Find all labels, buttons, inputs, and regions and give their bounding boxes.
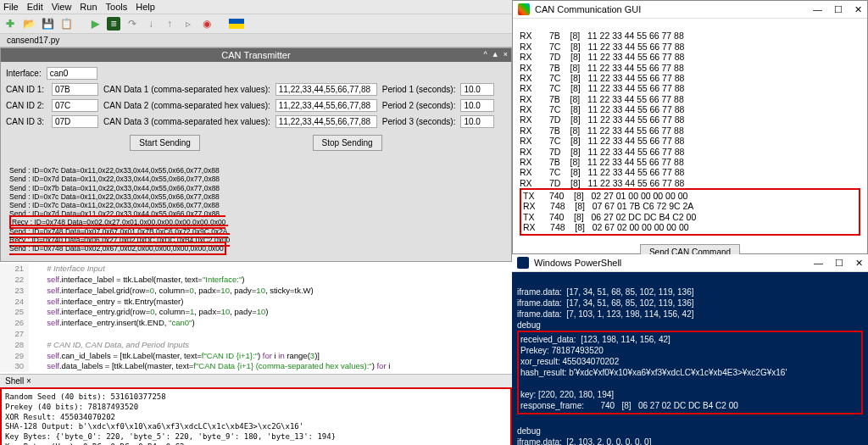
canid2-input[interactable] xyxy=(52,99,98,112)
menu-file[interactable]: File xyxy=(3,2,19,12)
candata2-input[interactable] xyxy=(275,99,377,112)
code-editor[interactable]: 21 # Interface Input22 self.interface_la… xyxy=(0,262,512,374)
can-gui-title: CAN Communication GUI xyxy=(535,4,641,14)
toolbar: ✚ 📂 💾 📋 ▶ ≡ ↷ ↓ ↑ ▹ ◉ xyxy=(0,14,512,34)
menubar: File Edit View Run Tools Help xyxy=(0,0,512,14)
shell-tab[interactable]: Shell × xyxy=(0,374,512,387)
can-gui-log: RX 7B [8] 11 22 33 44 55 66 77 88 RX 7C … xyxy=(513,19,867,237)
step-out-icon[interactable]: ↑ xyxy=(163,17,176,31)
step-into-icon[interactable]: ↓ xyxy=(144,17,158,31)
debug-icon[interactable]: ≡ xyxy=(107,17,120,31)
period2-input[interactable] xyxy=(460,99,494,112)
shell-output: Random Seed (40 bits): 531610377258 Prek… xyxy=(0,387,512,445)
transmitter-log-highlighted: Recv : ID=0x748 Data=0x02,0x27,0x01,0x00… xyxy=(9,215,230,255)
period3-input[interactable] xyxy=(460,115,494,128)
editor-tab[interactable]: cansend17.py xyxy=(0,34,512,47)
start-sending-button[interactable]: Start Sending xyxy=(130,135,200,151)
can-gui-log-highlighted: TX 740 [8] 02 27 01 00 00 00 00 00 RX 74… xyxy=(520,188,860,236)
period2-label: Period 2 (seconds): xyxy=(382,101,456,110)
new-icon[interactable]: ✚ xyxy=(3,17,17,31)
interface-input[interactable] xyxy=(47,67,97,80)
interface-label: Interface: xyxy=(6,69,42,78)
flag-icon[interactable] xyxy=(229,19,244,29)
candata1-input[interactable] xyxy=(275,83,377,96)
menu-edit[interactable]: Edit xyxy=(27,2,43,12)
stop-sending-button[interactable]: Stop Sending xyxy=(313,135,382,151)
can-transmitter-title: CAN Transmitter ^ ▲ × xyxy=(1,48,511,62)
canid1-label: CAN ID 1: xyxy=(6,85,47,94)
candata1-label: CAN Data 1 (comma-separated hex values): xyxy=(103,85,270,94)
candata2-label: CAN Data 2 (comma-separated hex values): xyxy=(103,101,270,110)
powershell-title: Windows PowerShell xyxy=(534,258,621,268)
canid3-input[interactable] xyxy=(52,115,98,128)
canid1-input[interactable] xyxy=(52,83,98,96)
run-icon[interactable]: ▶ xyxy=(88,17,102,31)
maximize-icon[interactable]: ☐ xyxy=(835,258,843,269)
close-icon[interactable]: ✕ xyxy=(854,4,862,15)
menu-tools[interactable]: Tools xyxy=(106,2,128,12)
app-icon xyxy=(518,3,530,15)
canid2-label: CAN ID 2: xyxy=(6,101,47,110)
can-transmitter-window: CAN Transmitter ^ ▲ × Interface: CAN ID … xyxy=(0,47,512,262)
menu-run[interactable]: Run xyxy=(80,2,97,12)
save-icon[interactable]: 💾 xyxy=(41,17,54,31)
minimize-icon[interactable]: — xyxy=(814,258,823,269)
ide-window: File Edit View Run Tools Help ✚ 📂 💾 📋 ▶ … xyxy=(0,0,512,445)
menu-help[interactable]: Help xyxy=(136,2,155,12)
can-gui-window: CAN Communication GUI — ☐ ✕ RX 7B [8] 11… xyxy=(512,0,868,254)
powershell-output: iframe.data: [17, 34, 51, 68, 85, 102, 1… xyxy=(512,272,868,445)
powershell-icon xyxy=(517,257,529,269)
maximize-icon[interactable]: ☐ xyxy=(834,4,843,15)
open-icon[interactable]: 📂 xyxy=(22,17,36,31)
can-gui-titlebar: CAN Communication GUI — ☐ ✕ xyxy=(513,1,867,19)
stop-icon[interactable]: ◉ xyxy=(200,17,214,31)
copy-icon[interactable]: 📋 xyxy=(59,17,73,31)
resume-icon[interactable]: ▹ xyxy=(181,17,195,31)
window-controls[interactable]: ^ ▲ × xyxy=(484,50,508,58)
canid3-label: CAN ID 3: xyxy=(6,117,47,126)
period3-label: Period 3 (seconds): xyxy=(382,117,456,126)
powershell-output-highlighted: received_data: [123, 198, 114, 156, 42] … xyxy=(517,331,863,414)
transmitter-log: Send : ID=0x7c Data=0x11,0x22,0x33,0x44,… xyxy=(6,154,506,256)
minimize-icon[interactable]: — xyxy=(813,4,822,15)
step-over-icon[interactable]: ↷ xyxy=(125,17,139,31)
powershell-titlebar: Windows PowerShell — ☐ ✕ xyxy=(512,254,868,272)
close-icon[interactable]: ✕ xyxy=(855,258,863,269)
powershell-window: Windows PowerShell — ☐ ✕ iframe.data: [1… xyxy=(512,254,868,445)
period1-label: Period 1 (seconds): xyxy=(382,85,456,94)
period1-input[interactable] xyxy=(460,83,494,96)
candata3-input[interactable] xyxy=(275,115,377,128)
menu-view[interactable]: View xyxy=(52,2,72,12)
candata3-label: CAN Data 3 (comma-separated hex values): xyxy=(103,117,270,126)
